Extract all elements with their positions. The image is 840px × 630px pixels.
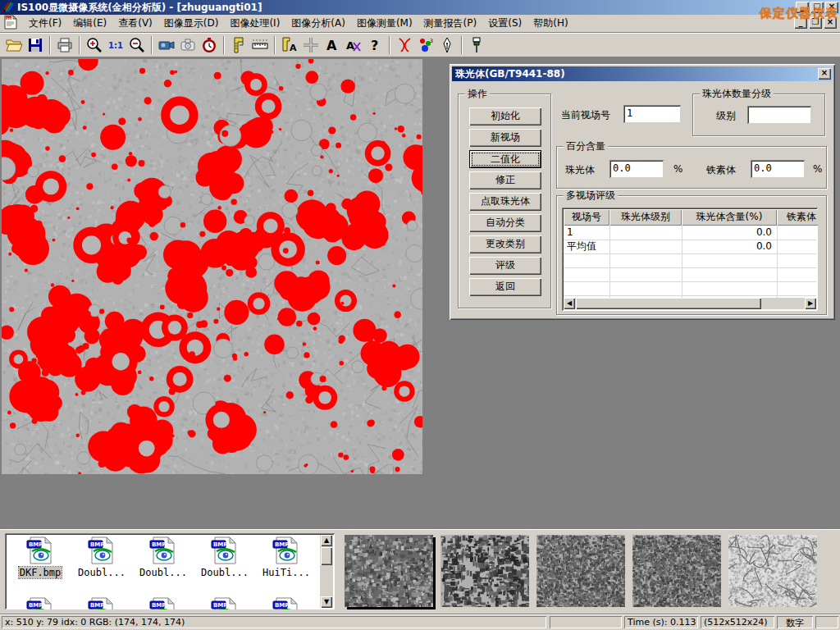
table-row-1-field[interactable]: 1 (567, 226, 608, 240)
file-item[interactable]: BMP Doubl... (73, 536, 130, 578)
menu-image-display[interactable]: 图像显示(D) (158, 14, 225, 33)
file-item[interactable]: BMP (196, 597, 253, 609)
table-row-avg-field[interactable]: 平均值 (567, 240, 608, 253)
thumbnail-1[interactable] (345, 535, 433, 607)
table-row-avg-pearlite[interactable]: 0.0 (685, 240, 772, 253)
col-field-no[interactable]: 视场号 (564, 209, 609, 226)
col-ferrite[interactable]: 铁素体 (777, 209, 818, 226)
menu-help[interactable]: 帮助(H) (527, 14, 573, 33)
dialog-close-icon[interactable]: × (818, 68, 831, 80)
menu-view[interactable]: 查看(V) (112, 14, 158, 33)
thumbnail-3[interactable] (536, 535, 625, 607)
file-item[interactable]: BMP (73, 597, 130, 609)
save-icon[interactable] (25, 34, 46, 56)
return-button[interactable]: 返回 (469, 278, 541, 296)
text-style-icon[interactable]: A (343, 34, 364, 56)
mdi-minimize-button[interactable]: _ (794, 17, 807, 29)
close-button[interactable]: × (825, 2, 838, 13)
binarize-button[interactable]: 二值化 (469, 150, 541, 168)
multifield-table[interactable]: 视场号 珠光体级别 珠光体含量(%) 铁素体 1 (562, 208, 818, 311)
thumbnail-5[interactable] (728, 535, 817, 607)
file-item[interactable]: BMP (11, 597, 69, 609)
mdi-close-button[interactable]: × (824, 17, 837, 29)
menu-file[interactable]: 文件(F) (23, 14, 67, 33)
help-icon[interactable]: ? (364, 34, 386, 56)
file-item[interactable]: BMP Doubl... (135, 536, 192, 578)
current-field-input[interactable]: 1 (623, 105, 681, 123)
pen-icon[interactable] (436, 34, 458, 56)
col-pearlite-content[interactable]: 珠光体含量(%) (682, 209, 777, 226)
scroll-left-icon[interactable]: ◀ (564, 298, 575, 309)
change-class-button[interactable]: 更改类别 (469, 235, 541, 253)
file-item[interactable]: BMP DKF.bmp (11, 536, 69, 578)
menu-image-processing[interactable]: 图像处理(I) (224, 14, 285, 33)
scroll-thumb[interactable] (321, 547, 332, 565)
file-item[interactable]: BMP Doubl... (196, 536, 253, 578)
file-browser[interactable]: BMP DKF.bmp BMP Doubl... BMP Doubl... BM… (5, 533, 335, 609)
window-title: IS100显微摄像系统(金相分析版) - [zhuguangti01] (17, 1, 262, 15)
zoom-out-icon[interactable] (126, 34, 148, 56)
rate-button[interactable]: 评级 (469, 257, 541, 275)
auto-classify-button[interactable]: 自动分类 (469, 214, 541, 232)
curve-tool-icon[interactable] (394, 34, 415, 56)
file-item[interactable]: BMP HuiTi... (258, 536, 315, 578)
grading-group: 珠光体数量分级 级别 (692, 94, 825, 136)
text-icon[interactable]: A (322, 34, 343, 56)
file-name[interactable]: Doubl... (200, 567, 249, 578)
dialog-title-bar[interactable]: 珠光体(GB/T9441-88) × (452, 66, 833, 81)
maximize-button[interactable]: □ (810, 2, 824, 13)
thumbnail-4[interactable] (632, 535, 721, 607)
file-name[interactable]: Doubl... (77, 567, 126, 578)
ferrite-percent-input[interactable]: 0.0 (751, 160, 805, 178)
menu-image-analysis[interactable]: 图像分析(A) (285, 14, 351, 33)
initialize-button[interactable]: 初始化 (469, 107, 541, 126)
scroll-up-icon[interactable]: ▲ (321, 535, 332, 546)
zoom-in-icon[interactable] (84, 34, 105, 56)
measure-caliper-icon[interactable]: A (279, 34, 300, 56)
file-item[interactable]: BMP (258, 597, 315, 609)
svg-text:A: A (346, 39, 354, 52)
title-bar[interactable]: IS100显微摄像系统(金相分析版) - [zhuguangti01] _ □ … (0, 0, 840, 15)
timer-icon[interactable] (199, 34, 220, 56)
svg-text:1:1: 1:1 (108, 41, 123, 50)
ruler-icon[interactable] (249, 34, 271, 56)
svg-text:BMP: BMP (29, 541, 43, 548)
actual-size-1:1-icon[interactable]: 1:1 (105, 34, 126, 56)
workspace: 珠光体(GB/T9441-88) × 操作 初始化 新视场 二值化 修正 点取珠… (0, 57, 840, 529)
scroll-thumb[interactable] (576, 298, 761, 309)
caliper-icon[interactable] (228, 34, 249, 56)
move-cross-icon[interactable] (300, 34, 322, 56)
new-field-button[interactable]: 新视场 (469, 129, 541, 147)
correct-button[interactable]: 修正 (469, 171, 541, 189)
ferrite-percent-sign: % (813, 163, 822, 175)
table-hscrollbar[interactable]: ◀ ▶ (564, 298, 816, 309)
pick-pearlite-button[interactable]: 点取珠光体 (469, 193, 541, 211)
classify-balls-icon[interactable]: 3 (415, 34, 436, 56)
scroll-down-icon[interactable]: ▼ (321, 596, 332, 608)
file-list-vscrollbar[interactable]: ▲ ▼ (320, 535, 333, 608)
open-icon[interactable] (3, 34, 25, 56)
brush-icon[interactable] (466, 34, 487, 56)
thumbnail-2[interactable] (441, 535, 529, 607)
table-row-1-pearlite[interactable]: 0.0 (685, 226, 772, 240)
menu-edit[interactable]: 编辑(E) (67, 14, 112, 33)
scroll-right-icon[interactable]: ▶ (805, 298, 816, 309)
camera-icon[interactable] (177, 34, 199, 56)
level-input[interactable] (747, 106, 811, 124)
print-icon[interactable] (54, 34, 75, 56)
file-name[interactable]: HuiTi... (262, 567, 311, 578)
video-camera-icon[interactable] (156, 34, 177, 56)
menu-settings[interactable]: 设置(S) (482, 14, 527, 33)
file-item[interactable]: BMP (135, 597, 192, 609)
menu-image-measure[interactable]: 图像测量(M) (351, 14, 418, 33)
minimize-button[interactable]: _ (796, 2, 809, 13)
file-name[interactable]: DKF.bmp (19, 567, 62, 578)
multifield-group: 多视场评级 视场号 珠光体级别 珠光体含量(%) 铁素体 (556, 195, 827, 315)
menu-measure-report[interactable]: 测量报告(P) (418, 14, 483, 33)
file-name[interactable]: Doubl... (139, 567, 188, 578)
metallographic-image[interactable] (2, 59, 422, 474)
pearlite-percent-input[interactable]: 0.0 (609, 160, 664, 178)
col-pearlite-level[interactable]: 珠光体级别 (609, 209, 682, 226)
bmp-file-icon: BMP (210, 555, 240, 567)
mdi-restore-button[interactable]: ❐ (809, 17, 822, 29)
